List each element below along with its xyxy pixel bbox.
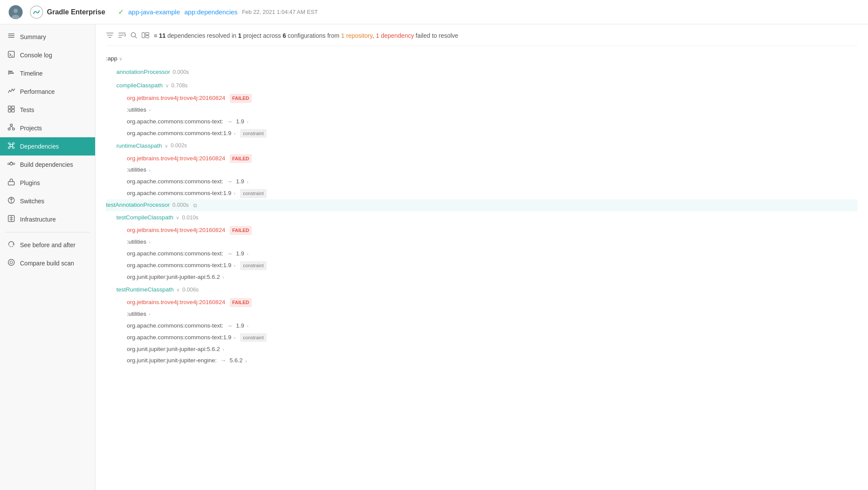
dep-utilities-runtime: :utilities › bbox=[106, 164, 858, 176]
failed-badge: FAILED bbox=[230, 298, 252, 307]
config-name: testCompileClasspath bbox=[116, 213, 173, 223]
svg-point-43 bbox=[10, 261, 13, 264]
dep-chevron[interactable]: › bbox=[223, 273, 224, 281]
dep-name: :utilities bbox=[127, 237, 146, 247]
check-icon: ✓ bbox=[118, 8, 124, 16]
sort-icon[interactable] bbox=[118, 32, 126, 40]
dep-toolbar: ≡ 11 dependencies resolved in 1 project … bbox=[106, 31, 858, 46]
infrastructure-icon bbox=[7, 215, 16, 224]
sidebar-item-summary[interactable]: Summary bbox=[0, 28, 95, 46]
dep-utilities-testruntime: :utilities › bbox=[106, 308, 858, 320]
filter-icon[interactable] bbox=[106, 32, 114, 40]
svg-point-50 bbox=[131, 33, 135, 37]
project-header[interactable]: :app ∨ bbox=[106, 52, 858, 66]
dep-chevron[interactable]: › bbox=[149, 238, 151, 246]
dep-name: :utilities bbox=[127, 309, 146, 319]
dep-commons-text-compile: org.apache.commons:commons-text: → 1.9 › bbox=[106, 116, 858, 128]
performance-icon bbox=[7, 87, 16, 96]
arrow-icon: → bbox=[220, 356, 226, 366]
dep-trove4j-runtime: org.jetbrains.trove4j:trove4j:20160824 F… bbox=[106, 153, 858, 165]
group-icon[interactable] bbox=[142, 32, 149, 40]
dep-chevron[interactable]: › bbox=[247, 250, 248, 258]
sidebar-item-tests[interactable]: Tests bbox=[0, 101, 95, 119]
config-testAnnotationProcessor[interactable]: testAnnotationProcessor 0.000s ⧉ bbox=[106, 199, 858, 211]
dep-name: org.apache.commons:commons-text: bbox=[127, 321, 223, 331]
project-link[interactable]: app-java-example bbox=[128, 8, 180, 16]
dep-name: org.jetbrains.trove4j:trove4j:20160824 bbox=[127, 225, 225, 235]
svg-line-20 bbox=[11, 126, 13, 128]
copy-icon[interactable]: ⧉ bbox=[193, 201, 197, 210]
arrow-icon: → bbox=[227, 249, 233, 259]
main-content: ≡ 11 dependencies resolved in 1 project … bbox=[96, 24, 868, 490]
svg-line-19 bbox=[10, 126, 11, 128]
config-name: annotationProcessor bbox=[116, 67, 170, 77]
search-icon[interactable] bbox=[130, 32, 137, 40]
arrow-icon: → bbox=[227, 177, 233, 187]
config-chevron: ∨ bbox=[176, 286, 180, 294]
dep-chevron[interactable]: › bbox=[247, 322, 248, 330]
sidebar-item-infrastructure[interactable]: Infrastructure bbox=[0, 210, 95, 228]
dep-chevron[interactable]: › bbox=[234, 334, 236, 342]
svg-point-33 bbox=[13, 163, 15, 165]
dep-version: 1.9 bbox=[236, 321, 244, 331]
dep-junit-api-testruntime: org.junit.jupiter:junit-jupiter-api:5.6.… bbox=[106, 344, 858, 355]
config-compileClasspath[interactable]: compileClasspath ∨ 0.708s bbox=[106, 79, 858, 93]
tests-icon bbox=[7, 105, 16, 115]
task-link[interactable]: app:dependencies bbox=[185, 8, 238, 16]
sidebar-label: Switches bbox=[20, 198, 44, 205]
summary-icon bbox=[7, 32, 16, 42]
dep-chevron[interactable]: › bbox=[234, 129, 236, 138]
dep-chevron[interactable]: › bbox=[223, 345, 224, 354]
config-name: testRuntimeClasspath bbox=[116, 285, 174, 295]
dep-name: org.apache.commons:commons-text: bbox=[127, 177, 223, 187]
dep-chevron[interactable]: › bbox=[234, 189, 236, 198]
svg-point-31 bbox=[8, 163, 10, 165]
dep-chevron[interactable]: › bbox=[149, 106, 151, 114]
sidebar-label: Build dependencies bbox=[20, 161, 73, 168]
sidebar-item-build-dependencies[interactable]: Build dependencies bbox=[0, 156, 95, 174]
dep-chevron[interactable]: › bbox=[247, 178, 248, 186]
dep-chevron[interactable]: › bbox=[245, 357, 247, 365]
sidebar-label: Projects bbox=[20, 125, 42, 132]
config-testRuntimeClasspath[interactable]: testRuntimeClasspath ∨ 0.006s bbox=[106, 283, 858, 297]
config-annotationProcessor[interactable]: annotationProcessor 0.000s bbox=[106, 66, 858, 79]
build-dependencies-icon bbox=[7, 160, 16, 169]
svg-point-30 bbox=[10, 162, 13, 165]
sidebar-item-console-log[interactable]: Console log bbox=[0, 46, 95, 64]
dep-chevron[interactable]: › bbox=[234, 262, 236, 270]
dep-chevron[interactable]: › bbox=[247, 118, 248, 126]
sidebar-item-timeline[interactable]: Timeline bbox=[0, 64, 95, 83]
sidebar-item-plugins[interactable]: Plugins bbox=[0, 174, 95, 192]
dep-name: org.junit.jupiter:junit-jupiter-api:5.6.… bbox=[127, 272, 220, 282]
repository-link[interactable]: 1 repository bbox=[341, 32, 373, 39]
svg-point-16 bbox=[10, 124, 13, 126]
sidebar-item-dependencies[interactable]: Dependencies bbox=[0, 137, 95, 156]
compare-icon bbox=[7, 258, 16, 268]
dep-version: 5.6.2 bbox=[230, 356, 243, 366]
sidebar-item-see-before-after[interactable]: See before and after bbox=[0, 236, 95, 254]
dep-commons-text-constraint-testruntime: org.apache.commons:commons-text:1.9 › co… bbox=[106, 332, 858, 344]
dep-junit-engine-testruntime: org.junit.jupiter:junit-jupiter-engine: … bbox=[106, 355, 858, 367]
config-chevron: ∨ bbox=[165, 82, 169, 90]
dep-commons-text-constraint-compile: org.apache.commons:commons-text:1.9 › co… bbox=[106, 128, 858, 139]
dep-chevron[interactable]: › bbox=[149, 166, 151, 175]
dep-version: 1.9 bbox=[236, 249, 244, 259]
header: Gradle Enterprise ✓ app-java-example app… bbox=[0, 0, 868, 24]
svg-point-18 bbox=[13, 128, 15, 130]
sidebar-item-projects[interactable]: Projects bbox=[0, 119, 95, 137]
dep-name: org.apache.commons:commons-text: bbox=[127, 249, 223, 259]
sidebar-item-performance[interactable]: Performance bbox=[0, 83, 95, 101]
config-testCompileClasspath[interactable]: testCompileClasspath ∨ 0.010s bbox=[106, 211, 858, 225]
failed-badge: FAILED bbox=[230, 154, 252, 163]
avatar bbox=[9, 5, 23, 19]
failed-dep-link[interactable]: 1 dependency bbox=[376, 32, 414, 39]
dep-name: org.apache.commons:commons-text:1.9 bbox=[127, 333, 231, 343]
svg-rect-54 bbox=[145, 36, 149, 38]
project-count: 1 bbox=[238, 32, 241, 39]
sidebar-item-compare-build-scan[interactable]: Compare build scan bbox=[0, 254, 95, 272]
project-name: :app bbox=[106, 54, 117, 64]
dep-chevron[interactable]: › bbox=[149, 310, 151, 318]
constraint-badge: constraint bbox=[240, 129, 267, 138]
config-runtimeClasspath[interactable]: runtimeClasspath ∨ 0.002s bbox=[106, 139, 858, 153]
sidebar-item-switches[interactable]: Switches bbox=[0, 192, 95, 210]
